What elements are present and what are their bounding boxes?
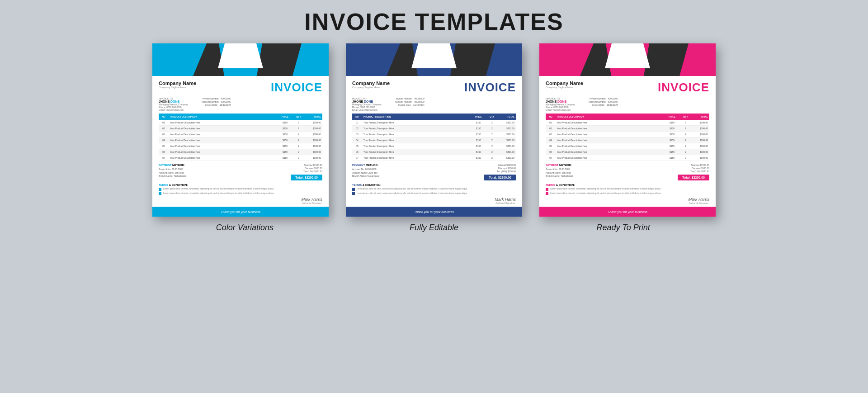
terms-text-1: Lorem ipsum dolor sit amet, consectetur … xyxy=(357,192,467,195)
table-header-0: NO xyxy=(352,114,362,120)
invoice-title: INVOICE xyxy=(271,80,322,95)
company-block: Company Name Company Tagline Here xyxy=(159,80,196,89)
terms-text-0: Lorem ipsum dolor sit amet, consectetur … xyxy=(163,188,274,190)
table-cell-3-1: Your Product Description Here xyxy=(362,137,471,143)
header-accent-right xyxy=(292,43,329,76)
signature-label: Authored Signature xyxy=(495,202,516,204)
terms-text-0: Lorem ipsum dolor sit amet, consectetur … xyxy=(357,188,467,190)
branch-name: Branch Name: Taskarbazar xyxy=(352,175,380,178)
header-accent-right xyxy=(486,43,522,76)
account-no: Account No: 00.00.0000 xyxy=(159,168,186,171)
invoice-to-block: INVOICE TO JHONE DONE Managing Director,… xyxy=(546,97,709,111)
invoice-top: Company Name Company Tagline Here INVOIC… xyxy=(546,80,709,95)
payment-title-text: PAYMENT xyxy=(352,164,365,166)
table-cell-6-0: 07 xyxy=(352,155,362,161)
payment-section: PAYMENT METHOD: Account No: 00.00.0000 A… xyxy=(352,164,516,181)
table-cell-0-4: $300.00 xyxy=(498,120,516,126)
table-cell-0-1: Your Product Description Here xyxy=(169,120,277,126)
company-tagline: Company Tagline Here xyxy=(352,86,390,89)
account-number-label: Account Number: 00000000 xyxy=(395,100,425,103)
total-box: Total: $2200.00 xyxy=(484,175,516,180)
invoice-title: INVOICE xyxy=(658,80,709,95)
table-cell-3-2: $150 xyxy=(277,137,293,143)
table-cell-6-2: $150 xyxy=(664,155,680,161)
terms-checkbox-1 xyxy=(546,192,548,195)
header-accent-left xyxy=(346,43,400,76)
table-cell-1-1: Your Product Description Here xyxy=(556,126,664,132)
card-header xyxy=(539,43,716,76)
table-cell-3-2: $150 xyxy=(664,137,680,143)
table-row: 04Your Product Description Here$1502$300… xyxy=(159,137,322,143)
signature-line: Mark Harris xyxy=(302,197,323,202)
payment-section: PAYMENT METHOD: Account No: 00.00.0000 A… xyxy=(159,164,322,181)
template-card-navy: Company Name Company Tagline Here INVOIC… xyxy=(346,43,522,217)
table-cell-2-3: 2 xyxy=(293,132,304,137)
table-cell-3-1: Your Product Description Here xyxy=(169,137,277,143)
terms-checkbox-0 xyxy=(159,188,161,191)
table-row: 01Your Product Description Here$1502$300… xyxy=(546,120,709,126)
invoice-number-label: Invoice Number: #0000000 xyxy=(395,97,425,100)
bottom-label-blue: Color Variations xyxy=(159,223,331,232)
invoice-number-label: Invoice Number: #0000000 xyxy=(589,97,618,100)
client-name: JHONE xyxy=(352,100,364,103)
payment-details: Account No: 00.00.0000 Account Name: Jan… xyxy=(352,168,380,178)
table-row: 02Your Product Description Here$1502$300… xyxy=(352,126,516,132)
table-cell-4-0: 05 xyxy=(352,143,362,149)
client-name-line: JHONE DONE xyxy=(159,100,188,103)
discount: Discount $100.00 xyxy=(660,167,709,170)
table-cell-1-1: Your Product Description Here xyxy=(169,126,277,132)
table-header-3: QTY xyxy=(293,114,304,120)
terms-title: TERMS & CONDITION: xyxy=(546,184,709,186)
total-box: Total: $2200.00 xyxy=(678,175,709,180)
table-cell-3-2: $150 xyxy=(471,137,486,143)
header-accent-left xyxy=(539,43,594,76)
table-cell-2-3: 2 xyxy=(486,132,498,137)
tax: Tax (10%) $200.00 xyxy=(466,170,516,173)
invoice-date-label: Invoice Date: 12/10/2024 xyxy=(202,104,231,106)
footer-text: Thank you for your business xyxy=(414,210,454,213)
terms-item-1: Lorem ipsum dolor sit amet, consectetur … xyxy=(159,192,322,195)
invoice-top: Company Name Company Tagline Here INVOIC… xyxy=(352,80,516,95)
discount: Discount $100.00 xyxy=(273,167,322,170)
table-row: 07Your Product Description Here$1502$300… xyxy=(546,155,709,161)
terms-item-1: Lorem ipsum dolor sit amet, consectetur … xyxy=(352,192,516,195)
terms-checkbox-0 xyxy=(546,188,548,191)
table-row: 04Your Product Description Here$1502$300… xyxy=(546,137,709,143)
invoice-to-left: INVOICE TO JHONE DONE Managing Director,… xyxy=(159,97,188,111)
invoice-date-label: Invoice Date: 12/10/2024 xyxy=(589,104,618,106)
table-header-0: NO xyxy=(159,114,169,120)
card-body: Company Name Company Tagline Here INVOIC… xyxy=(539,76,716,204)
table-header-2: PRICE xyxy=(664,114,680,120)
payment-section: PAYMENT METHOD: Account No: 00.00.0000 A… xyxy=(546,164,709,181)
invoice-top: Company Name Company Tagline Here INVOIC… xyxy=(159,80,322,95)
subtotal: Subtotal $2100.00 xyxy=(466,164,516,166)
account-no: Account No: 00.00.0000 xyxy=(352,168,380,171)
table-cell-6-4: $300.00 xyxy=(691,155,709,161)
total-box-wrapper: Total: $2200.00 xyxy=(466,173,516,180)
table-cell-2-3: 2 xyxy=(680,132,691,137)
table-cell-3-4: $300.00 xyxy=(498,137,516,143)
signature-line: Mark Harris xyxy=(689,197,710,202)
table-row: 06Your Product Description Here$1502$300… xyxy=(546,149,709,155)
table-row: 06Your Product Description Here$1502$300… xyxy=(159,149,322,155)
card-header xyxy=(346,43,522,76)
header-notch xyxy=(218,43,263,68)
bottom-label-navy: Fully Editable xyxy=(348,223,520,232)
table-cell-1-4: $300.00 xyxy=(691,126,709,132)
table-row: 07Your Product Description Here$1502$300… xyxy=(159,155,322,161)
table-cell-0-4: $300.00 xyxy=(304,120,322,126)
company-name: Company Name xyxy=(352,80,390,86)
header-accent-right xyxy=(679,43,716,76)
account-name: Account Name: Jane doe xyxy=(159,171,186,175)
table-row: 01Your Product Description Here$1502$300… xyxy=(159,120,322,126)
invoice-to-block: INVOICE TO JHONE DONE Managing Director,… xyxy=(352,97,516,111)
branch-name: Branch Name: Taskarbazar xyxy=(159,175,186,178)
terms-checkbox-1 xyxy=(352,192,355,195)
table-row: 02Your Product Description Here$1502$300… xyxy=(159,126,322,132)
table-cell-6-4: $300.00 xyxy=(498,155,516,161)
table-cell-2-2: $150 xyxy=(471,132,486,137)
header-notch xyxy=(605,43,650,68)
table-header-4: TOTAL xyxy=(691,114,709,120)
client-name-accent: DONE xyxy=(557,100,566,103)
terms-section: TERMS & CONDITION: Lorem ipsum dolor sit… xyxy=(352,184,516,195)
